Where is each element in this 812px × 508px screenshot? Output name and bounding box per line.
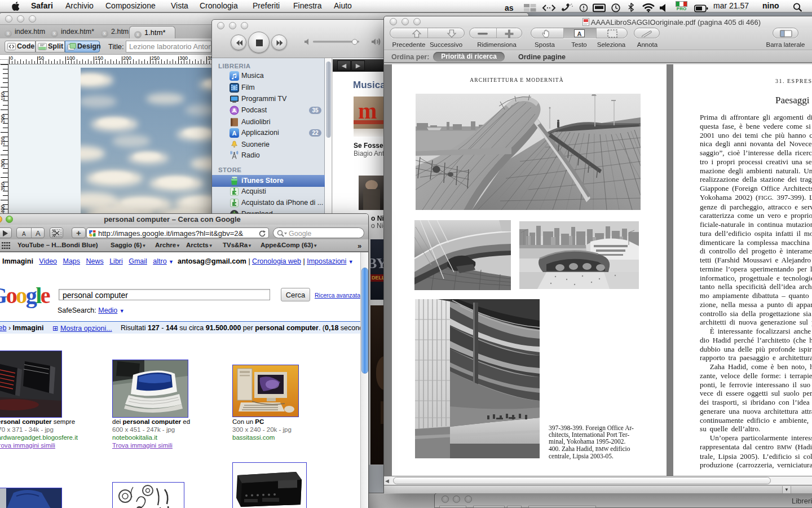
svg-text:as: as (505, 3, 514, 12)
svg-text:A: A (232, 130, 237, 137)
